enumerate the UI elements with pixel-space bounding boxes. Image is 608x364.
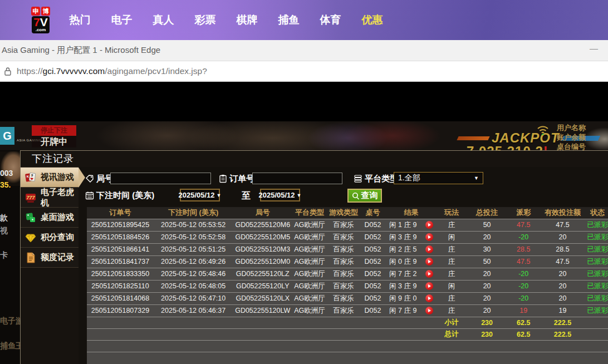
replay-play-button[interactable] — [425, 221, 433, 229]
total-bet-cell: 20 — [465, 280, 508, 292]
dealing-label: 开牌中 — [32, 136, 76, 147]
total-bet-cell: 20 — [465, 268, 508, 280]
play-cell: 庄 — [438, 255, 466, 268]
left-backdrop: 00335.款视卡电子游戏捕鱼王 — [0, 150, 20, 364]
order-id-cell: 250512051841737 — [87, 255, 154, 268]
bet-time-cell: 2025-05-12 05:52:58 — [154, 231, 233, 243]
table-no-cell: D052 — [360, 219, 385, 231]
quota-records-icon — [24, 252, 37, 264]
site-logo[interactable]: 申 博 7V .com — [31, 7, 50, 33]
url-bar[interactable]: https://gci.7vvvvvv.com/agingame/pcv1/in… — [0, 61, 608, 82]
game-type-cell: 百家乐 — [327, 255, 360, 268]
nav-item-4[interactable]: 彩票 — [184, 13, 226, 27]
empty-row — [87, 340, 608, 352]
nav-item-8[interactable]: 优惠 — [351, 13, 393, 27]
valid-bet-cell: 20 — [538, 280, 586, 292]
search-button[interactable]: 查询 — [347, 189, 382, 203]
status-cell: 已派彩 — [587, 255, 608, 268]
replay-play-button[interactable] — [425, 258, 433, 265]
nav-item-6[interactable]: 捕鱼 — [268, 13, 310, 27]
platform-cell: AG欧洲厅 — [292, 268, 327, 280]
minimize-button[interactable]: — — [590, 43, 598, 53]
stop-betting-label: 停止下注 — [32, 125, 76, 136]
table-no-cell: D052 — [360, 292, 385, 304]
platform-select[interactable]: 1.全部 ▼ — [394, 172, 483, 184]
round-id-cell: GD052255120M6 — [233, 219, 292, 231]
column-header: 玩法 — [438, 207, 466, 219]
order-id-cell: 250512051833350 — [87, 268, 154, 280]
result-text: 闲 3 庄 9 — [389, 233, 416, 242]
result-cell: 闲 0 庄 9 — [385, 255, 438, 268]
nav-item-7[interactable]: 体育 — [310, 13, 351, 27]
order-filter-label: 订单号 — [219, 173, 254, 185]
url-host: gci.7vvvvvv.com — [43, 66, 105, 76]
platform-cell: AG欧洲厅 — [292, 280, 327, 292]
site-nav: 热门电子真人彩票棋牌捕鱼体育优惠 — [59, 13, 393, 27]
chevron-down-icon: ▼ — [474, 175, 479, 181]
url-text: https://gci.7vvvvvv.com/agingame/pcv1/in… — [17, 66, 207, 76]
result-text: 闲 1 庄 9 — [389, 220, 416, 230]
bet-time-cell: 2025-05-12 05:46:37 — [154, 304, 233, 317]
nav-item-1[interactable]: 热门 — [59, 13, 101, 27]
chevron-down-icon: ▼ — [297, 193, 302, 198]
date-to-picker[interactable]: 2025/05/12 ▼ — [260, 189, 300, 201]
logo-com: .com — [33, 28, 48, 32]
empty-cell — [87, 340, 608, 352]
replay-play-button[interactable] — [425, 245, 433, 253]
total-bet-cell: 50 — [465, 255, 508, 268]
nav-item-5[interactable]: 棋牌 — [226, 13, 268, 27]
sidebar-item-5[interactable]: 额度记录 — [21, 248, 79, 268]
summary-total-bet-cell: 230 — [465, 317, 508, 328]
play-cell: 庄 — [438, 219, 466, 231]
table-row: 2505120518333502025-05-12 05:48:46GD0522… — [87, 268, 608, 280]
sidebar-item-4[interactable]: 积分查询 — [21, 228, 79, 248]
summary-payout-cell: 62.5 — [508, 317, 538, 328]
platform-cell: AG欧洲厅 — [292, 243, 327, 255]
lock-icon — [4, 67, 12, 76]
game-type-cell: 百家乐 — [327, 231, 360, 243]
date-from-picker[interactable]: 2025/05/12 ▼ — [180, 189, 220, 201]
order-input[interactable] — [252, 173, 342, 184]
logo-badge-shen: 申 — [31, 7, 40, 16]
chevron-down-icon: ▼ — [217, 193, 222, 198]
replay-play-button[interactable] — [425, 282, 433, 290]
replay-play-button[interactable] — [425, 233, 433, 241]
table-games-icon — [24, 211, 37, 224]
nav-item-3[interactable]: 真人 — [143, 13, 184, 27]
round-id-cell: GD052255120M5 — [233, 231, 292, 243]
valid-bet-cell: 47.5 — [538, 255, 586, 268]
logo-badge-bo: 博 — [41, 7, 50, 16]
replay-play-button[interactable] — [425, 307, 433, 314]
result-cell: 闲 7 庄 9 — [385, 304, 438, 317]
table-no-cell: D052 — [360, 231, 385, 243]
result-text: 闲 7 庄 9 — [389, 306, 416, 316]
user-info-labels: 用户名称账户余额桌台编号 — [557, 123, 586, 150]
search-icon — [352, 192, 360, 200]
round-input[interactable] — [110, 173, 211, 184]
user-info-label: 账户余额 — [557, 132, 586, 142]
sidebar-item-1[interactable]: K9视讯游戏 — [21, 168, 79, 188]
points-query-icon — [24, 232, 37, 244]
total-bet-cell: 30 — [465, 243, 508, 255]
payout-cell: 19 — [508, 304, 538, 317]
replay-play-button[interactable] — [425, 294, 433, 302]
platform-cell: AG欧洲厅 — [292, 304, 327, 317]
wifi-icon — [536, 124, 550, 136]
panel-content: 局号 订单号 平台类型 1.全部 ▼ 下注时间 (美东) 2025/05/1 — [79, 167, 608, 364]
table-row: 2505120518140682025-05-12 05:47:10GD0522… — [87, 292, 608, 304]
table-row: 2505120518073292025-05-12 05:46:37GD0522… — [87, 304, 608, 317]
payout-cell: 47.5 — [508, 219, 538, 231]
round-id-cell: GD052255120LY — [233, 280, 292, 292]
platform-list-icon — [354, 174, 362, 183]
sidebar-item-2[interactable]: 777电子老虎机 — [21, 188, 79, 208]
play-cell: 闲 — [438, 231, 466, 243]
valid-bet-cell: 28.5 — [538, 243, 586, 255]
play-cell: 庄 — [438, 243, 466, 255]
replay-play-button[interactable] — [425, 270, 433, 278]
black-band — [0, 82, 608, 121]
grand-total-row: 总计23062.5222.5 — [87, 328, 608, 340]
sidebar-item-3[interactable]: 桌面游戏 — [21, 208, 79, 228]
result-text: 闲 7 庄 2 — [389, 269, 416, 279]
nav-item-2[interactable]: 电子 — [101, 13, 143, 27]
backdrop-text-fragment: 款 — [0, 213, 8, 223]
